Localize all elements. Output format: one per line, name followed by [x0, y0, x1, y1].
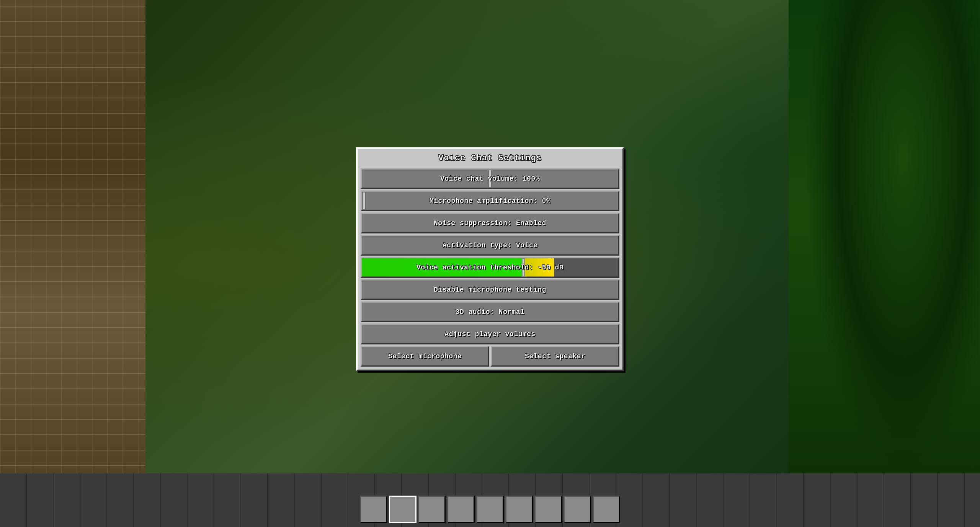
- noise-suppression-label: Noise suppression: Enabled: [434, 219, 546, 227]
- hotbar-slot-9[interactable]: [593, 496, 620, 523]
- activation-type-label: Activation type: Voice: [443, 241, 538, 249]
- microphone-amplification-slider[interactable]: Microphone amplification: 0%: [361, 190, 619, 211]
- select-speaker-label: Select speaker: [525, 352, 585, 360]
- 3d-audio-label: 3D audio: Normal: [456, 308, 525, 315]
- disable-microphone-testing-button[interactable]: Disable microphone testing: [361, 279, 619, 300]
- hotbar-slot-6[interactable]: [505, 496, 533, 523]
- threshold-dark-fill: [554, 258, 619, 276]
- hotbar-slot-7[interactable]: [534, 496, 562, 523]
- bottom-buttons-row: Select microphone Select speaker: [361, 346, 619, 366]
- voice-chat-volume-slider[interactable]: Voice chat volume: 100%: [361, 168, 619, 189]
- microphone-amplification-label: Microphone amplification: 0%: [430, 197, 550, 204]
- voice-chat-settings-dialog: Voice Chat Settings Voice chat volume: 1…: [356, 147, 624, 371]
- amp-slider-handle: [363, 191, 366, 210]
- tree-right-decoration: [789, 0, 980, 527]
- voice-activation-threshold-slider[interactable]: Voice activation threshold: -50 dB: [361, 257, 619, 277]
- noise-suppression-button[interactable]: Noise suppression: Enabled: [361, 212, 619, 233]
- hotbar-slot-2[interactable]: [389, 496, 416, 523]
- tree-left-decoration: [0, 0, 145, 527]
- dialog-title: Voice Chat Settings: [361, 152, 619, 164]
- disable-microphone-testing-label: Disable microphone testing: [434, 286, 546, 293]
- select-microphone-label: Select microphone: [388, 352, 462, 360]
- voice-chat-volume-label: Voice chat volume: 100%: [440, 175, 540, 182]
- hotbar: [360, 496, 620, 523]
- hotbar-slot-5[interactable]: [476, 496, 504, 523]
- hotbar-slot-3[interactable]: [418, 496, 446, 523]
- hotbar-slot-4[interactable]: [447, 496, 475, 523]
- voice-activation-threshold-label: Voice activation threshold: -50 dB: [416, 263, 564, 271]
- settings-list: Voice chat volume: 100% Microphone ampli…: [361, 168, 619, 344]
- activation-type-button[interactable]: Activation type: Voice: [361, 235, 619, 255]
- 3d-audio-button[interactable]: 3D audio: Normal: [361, 301, 619, 322]
- adjust-player-volumes-button[interactable]: Adjust player volumes: [361, 323, 619, 344]
- select-speaker-button[interactable]: Select speaker: [491, 346, 619, 366]
- hotbar-slot-1[interactable]: [360, 496, 387, 523]
- hotbar-slot-8[interactable]: [564, 496, 591, 523]
- adjust-player-volumes-label: Adjust player volumes: [444, 330, 535, 338]
- select-microphone-button[interactable]: Select microphone: [361, 346, 489, 366]
